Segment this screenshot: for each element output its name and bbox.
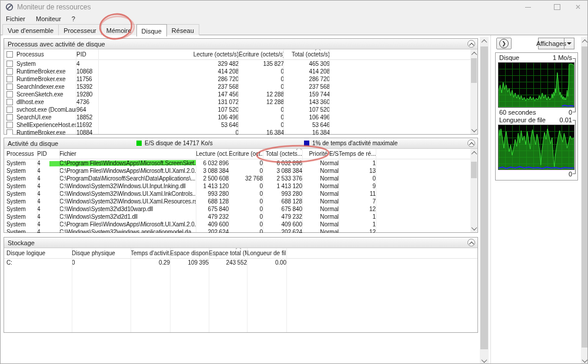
col-processus[interactable]: Processus <box>16 51 76 58</box>
col-pid[interactable]: PID <box>76 51 99 58</box>
col-fichier[interactable]: Fichier <box>59 151 196 157</box>
table-row[interactable]: System 4 C:\Program Files\WindowsApps\Mi… <box>4 159 477 167</box>
scrollbar-thumb[interactable] <box>480 46 488 349</box>
col-temps-activite[interactable]: Temps d'activit... <box>131 250 170 256</box>
processes-scrollbar[interactable] <box>470 49 477 134</box>
scrollbar-thumb[interactable] <box>471 58 477 83</box>
col-longueur-file[interactable]: Longueur de fil... <box>247 250 286 256</box>
scroll-up-button[interactable] <box>470 49 477 58</box>
collapse-button[interactable] <box>467 239 475 246</box>
table-row[interactable]: ScreenSketch.exe 19280 147 456 12 288 15… <box>4 91 477 98</box>
queue-graph-footer: 0 <box>499 171 572 178</box>
row-checkbox[interactable] <box>6 129 13 135</box>
table-row[interactable]: svchost.exe (DcomLaunch -p) 964 107 520 … <box>4 106 477 113</box>
col-espace-total[interactable]: Espace total (Mo) <box>209 250 247 256</box>
col-total[interactable]: Total (octets/s) <box>284 51 330 58</box>
col-processus[interactable]: Processus <box>6 151 37 157</box>
col-disque-logique[interactable]: Disque logique <box>6 250 72 256</box>
main-scrollbar[interactable] <box>480 37 489 364</box>
tab-vue-densemble[interactable]: Vue d'ensemble <box>2 24 59 35</box>
panel-scrollbar[interactable] <box>581 37 588 364</box>
col-lecture[interactable]: Lecture (oct... <box>196 151 229 157</box>
activity-column-headers: Processus PID Fichier Lecture (oct... Éc… <box>4 149 477 159</box>
section-activity-header[interactable]: Activité du disque E/S disque de 14717 K… <box>4 138 477 149</box>
col-ecriture[interactable]: Écriture (oct... <box>229 151 263 157</box>
scroll-down-button[interactable] <box>480 356 489 364</box>
table-row[interactable]: SearchIndexer.exe 15392 237 568 0 237 56… <box>4 83 477 91</box>
table-row[interactable]: ShellExperienceHost.exe 11692 53 646 0 5… <box>4 121 477 129</box>
tab-reseau[interactable]: Réseau <box>166 24 199 35</box>
scrollbar-thumb[interactable] <box>582 46 588 348</box>
disk-io-legend: E/S disque de 14717 Ko/s <box>136 138 213 148</box>
affichages-dropdown[interactable] <box>564 38 574 49</box>
table-row[interactable]: System 4 C:\Windows\System32\Windows.UI.… <box>4 190 477 198</box>
section-processes-header[interactable]: Processus avec activité de disque <box>4 39 477 49</box>
row-checkbox[interactable] <box>6 68 13 75</box>
row-checkbox[interactable] <box>6 106 13 113</box>
row-checkbox[interactable] <box>6 99 13 105</box>
chevron-up-icon <box>469 242 474 246</box>
table-row[interactable]: System 4 C:\Program Files\WindowsApps\Mi… <box>4 221 477 228</box>
blue-legend-swatch <box>304 141 309 146</box>
menu-help[interactable]: ? <box>66 15 81 22</box>
activity-scrollbar[interactable] <box>470 149 477 232</box>
table-row[interactable]: RuntimeBroker.exe 10868 414 208 0 414 20… <box>4 68 477 75</box>
table-row[interactable]: System 4 C:\Windows\System32\Windows.UI.… <box>4 198 477 205</box>
minimize-icon <box>525 7 531 8</box>
maximize-button[interactable] <box>547 1 567 14</box>
col-pid[interactable]: PID <box>37 151 59 157</box>
table-row[interactable]: SearchUI.exe 18852 106 496 0 106 496 <box>4 113 477 121</box>
section-activity-title: Activité du disque <box>8 140 58 147</box>
col-temps-reponse[interactable]: Temps de ré... <box>339 151 376 157</box>
tab-processeur[interactable]: Processeur <box>58 24 102 35</box>
close-button[interactable]: ✕ <box>568 1 588 14</box>
col-priorite[interactable]: Priorité E/S <box>302 151 339 157</box>
row-checkbox[interactable] <box>6 122 13 128</box>
col-total[interactable]: Total (octets... <box>263 151 302 157</box>
tab-disque[interactable]: Disque <box>136 24 167 36</box>
col-ecriture[interactable]: Écriture (octets/s) <box>239 51 284 58</box>
scroll-down-button[interactable] <box>470 126 477 134</box>
row-checkbox[interactable] <box>6 91 13 98</box>
row-checkbox[interactable] <box>6 61 13 67</box>
table-row[interactable]: System 4 C:\Windows\System32\d3d10warp.d… <box>4 205 477 213</box>
close-icon: ✕ <box>575 4 581 11</box>
minimize-button[interactable] <box>518 1 538 14</box>
table-row[interactable]: System 4 329 482 135 827 465 309 <box>4 60 477 68</box>
table-row[interactable]: System 4 C:\Windows\System32\d2d1.dll 47… <box>4 213 477 221</box>
scroll-down-button[interactable] <box>581 356 588 364</box>
tab-memoire[interactable]: Mémoire <box>101 24 137 35</box>
collapse-button[interactable] <box>467 139 475 147</box>
menu-fichier[interactable]: Fichier <box>1 15 31 22</box>
scroll-down-button[interactable] <box>470 224 477 232</box>
select-all-checkbox[interactable] <box>6 51 13 58</box>
table-row[interactable]: C: 0 0.29 109 395 243 552 0.00 <box>4 259 477 266</box>
section-storage-header[interactable]: Stockage <box>4 238 477 248</box>
row-checkbox[interactable] <box>6 84 13 90</box>
row-checkbox[interactable] <box>6 114 13 121</box>
affichages-button[interactable]: Affichages <box>538 38 574 49</box>
table-row[interactable]: System 4 C:\Windows\System32\Windows.UI.… <box>4 182 477 190</box>
maximize-icon <box>554 4 560 10</box>
scroll-up-button[interactable] <box>581 37 588 45</box>
table-row[interactable]: System 4 C:\ProgramData\Microsoft\Search… <box>4 175 477 182</box>
disk-io-legend-label: E/S disque de 14717 Ko/s <box>145 140 213 146</box>
col-lecture[interactable]: Lecture (octets/s) <box>99 51 239 58</box>
table-row[interactable]: System 4 C:\Program Files\WindowsApps\Mi… <box>4 167 477 175</box>
table-row[interactable]: RuntimeBroker.exe 10884 0 16 384 16 384 <box>4 129 477 135</box>
expand-panel-button[interactable]: ❯ <box>496 38 512 49</box>
col-espace-disponible[interactable]: Espace disponi... <box>170 250 209 256</box>
scroll-up-button[interactable] <box>470 149 477 157</box>
row-checkbox[interactable] <box>6 76 13 82</box>
disk-graph-header: Disque 1 Mo/s <box>499 54 572 61</box>
col-disque-physique[interactable]: Disque physique <box>72 250 131 256</box>
scroll-up-button[interactable] <box>480 37 489 45</box>
table-row[interactable]: System 4 C:\Windows\System32\windows.app… <box>4 228 477 233</box>
queue-graph-min: 0 <box>569 171 572 178</box>
menu-moniteur[interactable]: Moniteur <box>31 15 66 22</box>
disk-graph-scale: 1 Mo/s <box>553 54 572 61</box>
table-row[interactable]: RuntimeBroker.exe 11756 286 720 0 286 72… <box>4 75 477 83</box>
table-row[interactable]: dllhost.exe 4736 131 072 12 288 143 360 <box>4 98 477 106</box>
collapse-button[interactable] <box>467 40 475 48</box>
scrollbar-thumb[interactable] <box>471 162 477 178</box>
